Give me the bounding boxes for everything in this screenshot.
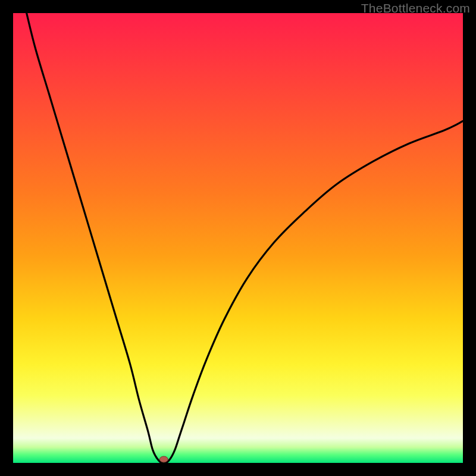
plot-area (13, 13, 463, 463)
chart-svg (13, 13, 463, 463)
chart-frame: TheBottleneck.com (0, 0, 476, 476)
watermark-text: TheBottleneck.com (361, 1, 470, 15)
gradient-background (13, 13, 463, 463)
bottleneck-marker (159, 456, 168, 462)
